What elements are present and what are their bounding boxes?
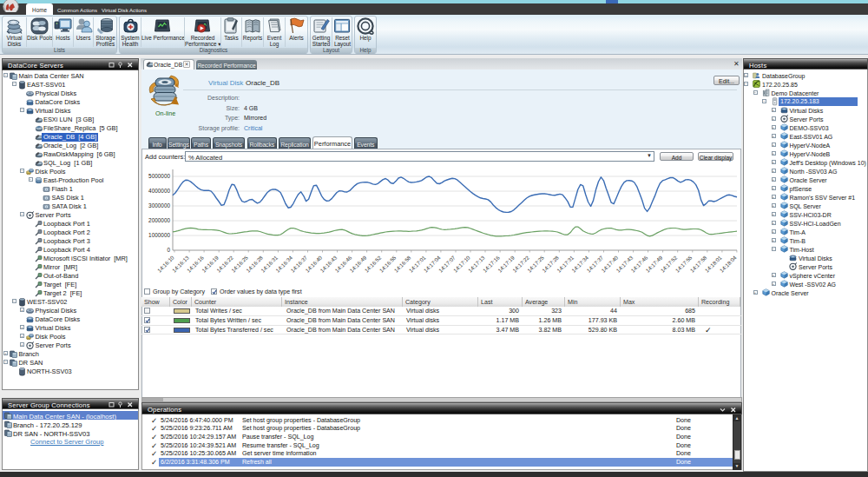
svg-text:3000000: 3000000 — [148, 202, 170, 209]
svg-text:5000000: 5000000 — [148, 173, 170, 179]
svg-text:0: 0 — [167, 247, 170, 253]
svg-text:1000000: 1000000 — [148, 232, 170, 238]
svg-text:4000000: 4000000 — [148, 188, 170, 194]
svg-text:14:18:04: 14:18:04 — [719, 254, 738, 273]
svg-text:2000000: 2000000 — [148, 217, 170, 223]
